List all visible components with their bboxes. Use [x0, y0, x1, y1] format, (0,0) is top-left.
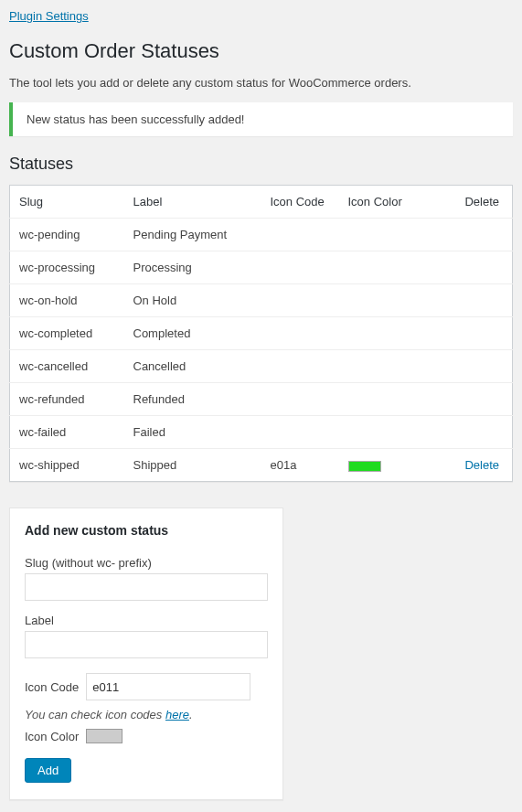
cell-label: Shipped [124, 449, 261, 482]
cell-delete [417, 284, 513, 317]
cell-icon-color [339, 416, 417, 449]
cell-icon-code [261, 317, 339, 350]
cell-slug: wc-pending [10, 219, 124, 251]
add-status-heading: Add new custom status [25, 523, 268, 538]
cell-slug: wc-cancelled [10, 350, 124, 383]
table-row: wc-failedFailed [10, 416, 513, 449]
cell-icon-color [339, 449, 417, 482]
slug-input[interactable] [25, 573, 268, 601]
table-row: wc-pendingPending Payment [10, 219, 513, 251]
cell-delete [417, 416, 513, 449]
success-notice: New status has been successfully added! [9, 102, 513, 136]
cell-label: Completed [124, 317, 261, 350]
icon-codes-link[interactable]: here [165, 708, 189, 721]
statuses-table: Slug Label Icon Code Icon Color Delete w… [9, 185, 513, 482]
label-input[interactable] [25, 631, 268, 658]
cell-slug: wc-processing [10, 251, 124, 284]
cell-icon-color [339, 219, 417, 251]
page-title: Custom Order Statuses [9, 39, 513, 63]
slug-label: Slug (without wc- prefix) [25, 556, 268, 570]
cell-icon-code [261, 284, 339, 317]
table-row: wc-refundedRefunded [10, 383, 513, 416]
cell-icon-code [261, 251, 339, 284]
add-button[interactable]: Add [25, 758, 71, 783]
cell-label: Processing [124, 251, 261, 284]
col-header-delete: Delete [417, 186, 513, 219]
cell-icon-color [339, 383, 417, 416]
col-header-icon-code: Icon Code [261, 186, 339, 219]
cell-icon-code [261, 383, 339, 416]
cell-slug: wc-completed [10, 317, 124, 350]
cell-icon-code [261, 416, 339, 449]
col-header-label: Label [124, 186, 261, 219]
icon-code-input[interactable] [86, 673, 250, 700]
table-row: wc-completedCompleted [10, 317, 513, 350]
cell-delete [417, 219, 513, 251]
icon-color-input[interactable] [86, 729, 123, 743]
cell-icon-color [339, 284, 417, 317]
cell-icon-color [339, 350, 417, 383]
icon-color-label: Icon Color [25, 730, 79, 743]
delete-link[interactable]: Delete [464, 458, 499, 472]
cell-slug: wc-on-hold [10, 284, 124, 317]
cell-slug: wc-failed [10, 416, 124, 449]
icon-code-label: Icon Code [25, 680, 79, 694]
cell-label: Pending Payment [124, 219, 261, 251]
table-row: wc-shippedShippede01aDelete [10, 449, 513, 482]
table-row: wc-cancelledCancelled [10, 350, 513, 383]
icon-codes-hint: You can check icon codes here. [25, 708, 268, 721]
plugin-settings-link[interactable]: Plugin Settings [9, 9, 89, 23]
add-status-panel: Add new custom status Slug (without wc- … [9, 508, 283, 800]
cell-icon-code [261, 219, 339, 251]
color-swatch [348, 461, 381, 472]
cell-label: On Hold [124, 284, 261, 317]
cell-label: Failed [124, 416, 261, 449]
cell-slug: wc-shipped [10, 449, 124, 482]
page-description: The tool lets you add or delete any cust… [9, 76, 513, 90]
cell-delete [417, 350, 513, 383]
statuses-heading: Statuses [9, 155, 513, 174]
cell-slug: wc-refunded [10, 383, 124, 416]
cell-icon-color [339, 317, 417, 350]
cell-icon-code: e01a [261, 449, 339, 482]
table-row: wc-on-holdOn Hold [10, 284, 513, 317]
cell-icon-color [339, 251, 417, 284]
cell-delete [417, 251, 513, 284]
table-row: wc-processingProcessing [10, 251, 513, 284]
label-label: Label [25, 614, 268, 627]
cell-icon-code [261, 350, 339, 383]
col-header-icon-color: Icon Color [339, 186, 417, 219]
col-header-slug: Slug [10, 186, 124, 219]
cell-delete [417, 317, 513, 350]
cell-label: Cancelled [124, 350, 261, 383]
cell-delete: Delete [417, 449, 513, 482]
cell-label: Refunded [124, 383, 261, 416]
cell-delete [417, 383, 513, 416]
